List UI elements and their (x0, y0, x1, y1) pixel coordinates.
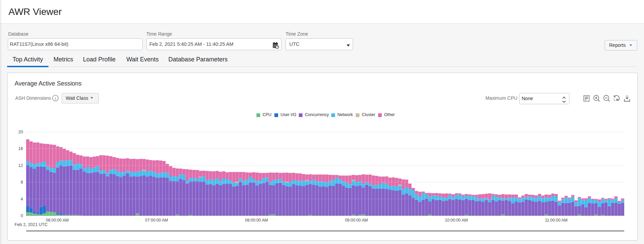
svg-text:i: i (55, 96, 56, 101)
